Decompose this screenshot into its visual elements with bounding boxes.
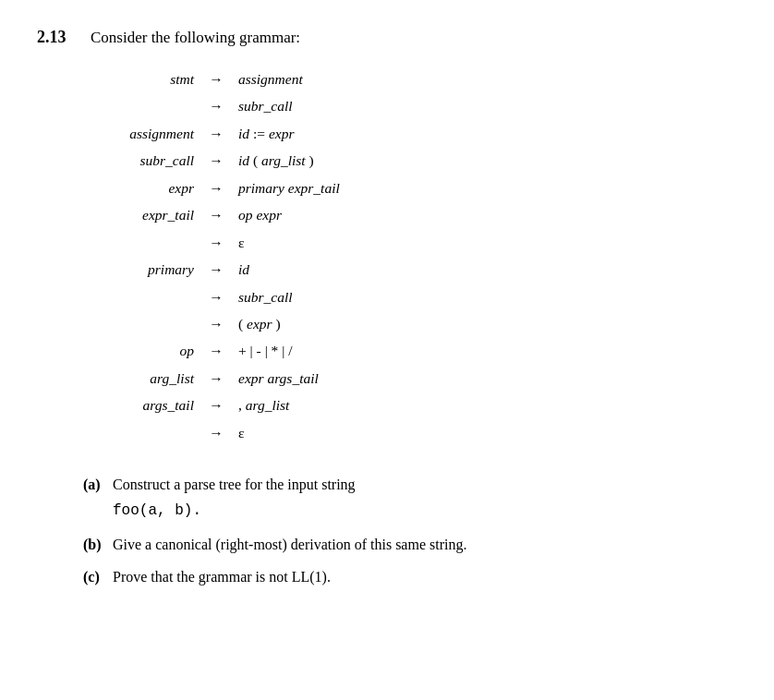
grammar-container: stmt → assignment → subr_call assignment… [111, 66, 737, 446]
grammar-row-subr-call: subr_call → id ( arg_list ) [111, 147, 737, 174]
rhs-subr-call-body: id ( arg_list ) [238, 147, 314, 174]
arrow-assignment: → [203, 120, 229, 147]
rhs-op-alts: + | - | * | / [238, 337, 293, 364]
grammar-row-expr-tail-2: → ε [111, 229, 737, 256]
grammar-row-args-tail-1: args_tail → , arg_list [111, 392, 737, 418]
part-a-row: (a) Construct a parse tree for the input… [83, 472, 737, 524]
part-b-row: (b) Give a canonical (right-most) deriva… [83, 532, 737, 557]
arrow-primary-3: → [203, 310, 229, 337]
part-c-label: (c) [83, 564, 113, 589]
grammar-row-primary-1: primary → id [111, 256, 737, 283]
part-a-label: (a) [83, 472, 113, 497]
part-b-text: Give a canonical (right-most) derivation… [113, 532, 737, 557]
op-values: + | - | * | / [238, 343, 293, 358]
comma: , [238, 397, 242, 413]
rhs-comma-arg-list: , arg_list [238, 392, 289, 418]
lhs-expr-tail: expr_tail [111, 201, 194, 228]
rhs-epsilon-2: ε [238, 419, 245, 446]
arrow-args-tail-1: → [203, 392, 229, 418]
grammar-row-assignment: assignment → id := expr [111, 120, 737, 147]
grammar-row-expr: expr → primary expr_tail [111, 175, 737, 201]
lhs-args-tail: args_tail [111, 392, 194, 418]
lhs-assignment: assignment [111, 120, 194, 147]
part-a-main-text: Construct a parse tree for the input str… [113, 477, 356, 492]
parts-container: (a) Construct a parse tree for the input… [83, 472, 737, 589]
assign-op: := [253, 126, 265, 141]
arrow-primary-1: → [203, 256, 229, 283]
grammar-row-primary-2: → subr_call [111, 284, 737, 310]
lhs-primary: primary [111, 256, 194, 283]
rhs-expr-args-tail: expr args_tail [238, 365, 319, 392]
grammar-row-stmt-2: → subr_call [111, 92, 737, 119]
rhs-epsilon-1: ε [238, 229, 245, 256]
arrow-stmt-1: → [203, 66, 229, 92]
grammar-row-args-tail-2: → ε [111, 419, 737, 446]
lhs-expr: expr [111, 175, 194, 201]
part-a-text: Construct a parse tree for the input str… [113, 472, 737, 524]
problem-number: 2.13 [37, 28, 74, 47]
arrow-expr: → [203, 175, 229, 201]
arrow-expr-tail-2: → [203, 229, 229, 256]
arrow-arg-list: → [203, 365, 229, 392]
rhs-paren-expr: ( expr ) [238, 310, 281, 337]
close-paren-2: ) [275, 316, 280, 332]
lhs-arg-list: arg_list [111, 365, 194, 392]
arrow-expr-tail-1: → [203, 201, 229, 228]
grammar-row-op: op → + | - | * | / [111, 337, 737, 364]
open-paren-1: ( [253, 152, 258, 168]
part-b-label: (b) [83, 532, 113, 557]
rhs-subr-call-1: subr_call [238, 92, 293, 119]
problem-intro: Consider the following grammar: [91, 29, 300, 47]
part-a-code: foo(a, b). [113, 502, 201, 519]
lhs-stmt: stmt [111, 66, 194, 92]
grammar-row-primary-3: → ( expr ) [111, 310, 737, 337]
arrow-subr-call: → [203, 147, 229, 174]
problem-header: 2.13 Consider the following grammar: [37, 28, 737, 47]
part-c-text: Prove that the grammar is not LL(1). [113, 564, 737, 589]
open-paren-2: ( [238, 316, 243, 332]
arrow-stmt-2: → [203, 92, 229, 119]
rhs-assignment: assignment [238, 66, 303, 92]
grammar-row-arg-list: arg_list → expr args_tail [111, 365, 737, 392]
part-c-row: (c) Prove that the grammar is not LL(1). [83, 564, 737, 589]
rhs-id-primary: id [238, 256, 249, 283]
rhs-subr-call-2: subr_call [238, 284, 293, 310]
close-paren-1: ) [309, 152, 314, 168]
rhs-op-expr: op expr [238, 201, 282, 228]
rhs-primary-expr-tail: primary expr_tail [238, 175, 340, 201]
grammar-row-stmt-1: stmt → assignment [111, 66, 737, 92]
arrow-op: → [203, 337, 229, 364]
arrow-args-tail-2: → [203, 419, 229, 446]
arrow-primary-2: → [203, 284, 229, 310]
lhs-op: op [111, 337, 194, 364]
grammar-row-expr-tail-1: expr_tail → op expr [111, 201, 737, 228]
lhs-subr-call: subr_call [111, 147, 194, 174]
rhs-id-assign-expr: id := expr [238, 120, 294, 147]
